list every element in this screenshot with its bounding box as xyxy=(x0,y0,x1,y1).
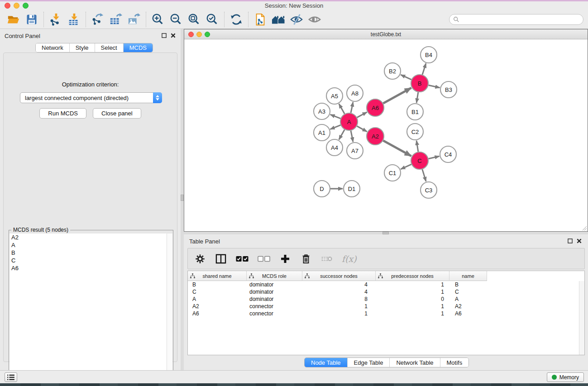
table-row[interactable]: A2 connector 1 1 A2 xyxy=(188,303,584,310)
add-column-button[interactable] xyxy=(279,252,291,266)
memory-button[interactable]: Memory xyxy=(547,372,584,382)
graph-edge-A2-C[interactable] xyxy=(383,141,411,156)
column-header-shared-name[interactable]: shared name xyxy=(188,271,247,281)
cell-mcds-role[interactable]: connector xyxy=(247,310,302,317)
show-log-button[interactable] xyxy=(5,372,17,382)
tab-motifs[interactable]: Motifs xyxy=(440,358,469,367)
tab-style[interactable]: Style xyxy=(70,43,95,52)
delete-column-button[interactable] xyxy=(300,252,312,266)
cell-mcds-role[interactable]: dominator xyxy=(247,281,302,288)
column-settings-button[interactable] xyxy=(194,252,206,266)
zoom-out-button[interactable] xyxy=(167,11,185,28)
result-scrollbar[interactable] xyxy=(167,234,172,383)
optimization-criterion-select[interactable]: largest connected component (directed) xyxy=(20,92,162,103)
cell-successor-nodes[interactable]: 1 xyxy=(302,303,376,310)
refresh-button[interactable] xyxy=(227,11,245,28)
cell-successor-nodes[interactable]: 4 xyxy=(302,289,376,295)
column-header-mcds-role[interactable]: MCDS role xyxy=(247,271,302,281)
result-item[interactable]: A xyxy=(10,241,172,249)
open-session-button[interactable] xyxy=(5,11,23,28)
export-image-button[interactable] xyxy=(125,11,143,28)
graph-edge-C-C4[interactable] xyxy=(429,156,440,158)
graph-edge-C-C3[interactable] xyxy=(422,169,426,181)
import-table-button[interactable] xyxy=(65,11,83,28)
import-network-button[interactable] xyxy=(47,11,65,28)
cell-name[interactable]: A xyxy=(449,296,487,302)
network-graph[interactable]: B4B2BB3A5A8A6A3AB1A1A2C2A4A7C4CC1DD1C3 xyxy=(184,39,588,231)
graph-edge-C-C2[interactable] xyxy=(416,141,418,152)
table-row[interactable]: B dominator 4 1 B xyxy=(188,281,584,288)
column-header-successor-nodes[interactable]: successor nodes xyxy=(302,271,376,281)
cell-name[interactable]: C xyxy=(449,289,487,295)
graph-edge-A-A1[interactable] xyxy=(330,125,341,129)
graph-edge-B-B1[interactable] xyxy=(416,92,418,103)
cell-name[interactable]: B xyxy=(449,281,487,288)
cell-mcds-role[interactable]: dominator xyxy=(247,296,302,302)
close-panel-button[interactable] xyxy=(170,33,176,38)
cell-mcds-role[interactable]: dominator xyxy=(247,289,302,295)
select-all-button[interactable] xyxy=(236,252,249,266)
float-table-panel-button[interactable] xyxy=(567,238,573,244)
tab-node-table[interactable]: Node Table xyxy=(305,358,348,367)
cell-shared-name[interactable]: A xyxy=(188,296,247,302)
tab-network[interactable]: Network xyxy=(36,43,70,52)
tab-network-table[interactable]: Network Table xyxy=(390,358,440,367)
export-network-button[interactable] xyxy=(89,11,107,28)
graph-edge-C-C1[interactable] xyxy=(401,164,411,169)
close-table-panel-button[interactable] xyxy=(576,238,582,244)
cell-successor-nodes[interactable]: 4 xyxy=(302,281,376,288)
run-mcds-button[interactable]: Run MCDS xyxy=(39,108,86,119)
table-row[interactable]: A6 connector 1 1 A6 xyxy=(188,310,584,317)
hide-selection-button[interactable] xyxy=(287,11,306,28)
result-item[interactable]: B xyxy=(10,249,172,257)
graph-edge-B-B3[interactable] xyxy=(429,85,440,87)
export-table-button[interactable] xyxy=(107,11,125,28)
function-builder-button[interactable]: f(x) xyxy=(342,252,357,266)
graph-edge-A-A4[interactable] xyxy=(339,129,344,139)
cell-shared-name[interactable]: A2 xyxy=(188,303,247,310)
cell-predecessor-nodes[interactable]: 1 xyxy=(376,281,449,288)
float-panel-button[interactable] xyxy=(161,33,167,38)
vertical-splitter[interactable] xyxy=(181,29,184,370)
search-field[interactable] xyxy=(449,14,583,25)
cell-mcds-role[interactable]: connector xyxy=(247,303,302,310)
cell-shared-name[interactable]: A6 xyxy=(188,310,247,317)
resize-grip[interactable] xyxy=(582,225,587,231)
result-item[interactable]: A6 xyxy=(10,264,172,272)
graph-edge-A-A6[interactable] xyxy=(357,112,367,118)
save-session-button[interactable] xyxy=(23,11,41,28)
cell-predecessor-nodes[interactable]: 1 xyxy=(376,310,449,317)
cell-shared-name[interactable]: B xyxy=(188,281,247,288)
cell-predecessor-nodes[interactable]: 1 xyxy=(376,289,449,295)
result-item[interactable]: A2 xyxy=(10,234,172,241)
graph-edge-A6-B[interactable] xyxy=(383,88,411,103)
table-row[interactable]: C dominator 4 1 C xyxy=(188,288,584,295)
graph-edge-A-A8[interactable] xyxy=(351,102,353,113)
graph-edge-A-A5[interactable] xyxy=(339,104,344,114)
deselect-all-button[interactable] xyxy=(258,252,270,266)
splitter-handle[interactable] xyxy=(181,195,184,201)
mcds-result-list[interactable]: A2 A B C A6 xyxy=(10,234,172,383)
cell-name[interactable]: A6 xyxy=(449,310,487,317)
cell-predecessor-nodes[interactable]: 1 xyxy=(376,303,449,310)
graph-edge-A-A7[interactable] xyxy=(351,131,353,142)
result-item[interactable]: C xyxy=(10,257,172,264)
delete-table-button[interactable] xyxy=(321,252,333,266)
close-panel-button-mcds[interactable]: Close panel xyxy=(93,108,141,119)
graph-edge-B-B4[interactable] xyxy=(422,63,426,75)
search-input[interactable] xyxy=(459,15,583,24)
network-canvas[interactable]: B4B2BB3A5A8A6A3AB1A1A2C2A4A7C4CC1DD1C3 xyxy=(184,39,588,231)
zoom-fit-button[interactable] xyxy=(185,11,203,28)
tab-select[interactable]: Select xyxy=(95,43,124,52)
first-neighbors-button[interactable] xyxy=(269,11,287,28)
zoom-in-button[interactable] xyxy=(149,11,167,28)
column-header-name[interactable]: name xyxy=(449,271,487,281)
table-row[interactable]: A dominator 8 0 A xyxy=(188,295,584,303)
cell-name[interactable]: A2 xyxy=(449,303,487,310)
cell-successor-nodes[interactable]: 8 xyxy=(302,296,376,302)
tab-edge-table[interactable]: Edge Table xyxy=(348,358,390,367)
cell-shared-name[interactable]: C xyxy=(188,289,247,295)
tab-mcds[interactable]: MCDS xyxy=(124,43,153,52)
column-header-predecessor-nodes[interactable]: predecessor nodes xyxy=(376,271,449,281)
show-all-button[interactable] xyxy=(306,11,324,28)
